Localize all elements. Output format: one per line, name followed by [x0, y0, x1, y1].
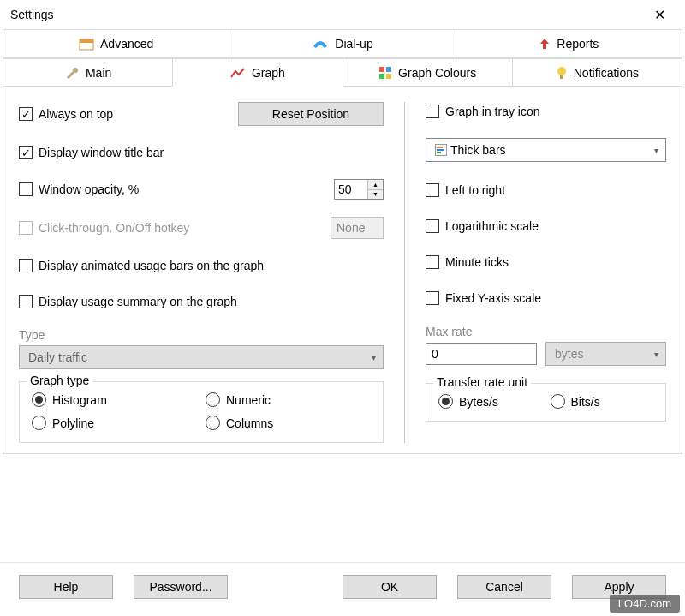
- opacity-spinner[interactable]: ▲▼: [367, 180, 383, 199]
- minute-ticks-checkbox[interactable]: [426, 255, 439, 269]
- animated-bars-label: Display animated usage bars on the graph: [39, 259, 264, 272]
- usage-summary-label: Display usage summary on the graph: [39, 295, 237, 308]
- radio-histogram[interactable]: Histogram: [32, 392, 197, 407]
- window-title: Settings: [10, 8, 54, 21]
- radio-icon: [206, 392, 220, 407]
- usage-summary-checkbox[interactable]: [19, 295, 33, 308]
- radio-label: Columns: [226, 416, 273, 430]
- svg-rect-8: [560, 75, 563, 79]
- bar-style-dropdown[interactable]: Thick bars ▾: [426, 138, 666, 162]
- always-on-top-checkbox[interactable]: [19, 107, 33, 121]
- tab-label: Main: [86, 66, 111, 80]
- display-title-label: Display window title bar: [39, 146, 164, 159]
- radio-bytes[interactable]: Bytes/s: [438, 394, 542, 409]
- tab-row-upper: Advanced Dial-up Reports: [3, 30, 682, 58]
- type-value: Daily traffic: [28, 350, 87, 364]
- svg-rect-6: [386, 74, 391, 79]
- opacity-value[interactable]: [335, 180, 367, 199]
- fixed-y-checkbox[interactable]: [426, 291, 439, 305]
- graph-type-fieldset: Graph type Histogram Numeric Polyline: [19, 381, 384, 443]
- radio-icon: [551, 394, 565, 409]
- radio-numeric[interactable]: Numeric: [206, 392, 371, 407]
- max-rate-input[interactable]: [426, 343, 537, 365]
- phone-icon: [312, 38, 329, 50]
- radio-label: Histogram: [52, 393, 107, 407]
- left-to-right-checkbox[interactable]: [426, 183, 439, 197]
- svg-rect-5: [379, 74, 384, 79]
- graph-in-tray-checkbox[interactable]: [426, 105, 439, 118]
- radio-icon: [32, 416, 46, 430]
- bar-style-value: Thick bars: [450, 143, 506, 157]
- graph-type-legend: Graph type: [27, 374, 92, 387]
- click-through-label: Click-through. On/Off hotkey: [39, 221, 189, 235]
- radio-label: Bytes/s: [459, 395, 498, 409]
- window-opacity-checkbox[interactable]: [19, 182, 33, 196]
- log-scale-checkbox[interactable]: [426, 219, 439, 233]
- left-column: Always on top Reset Position Display win…: [19, 102, 404, 443]
- svg-rect-1: [80, 39, 93, 43]
- close-button[interactable]: ✕: [642, 3, 676, 26]
- tab-dialup[interactable]: Dial-up: [229, 30, 455, 58]
- help-button[interactable]: Help: [19, 575, 113, 599]
- opacity-input[interactable]: ▲▼: [334, 179, 384, 200]
- radio-polyline[interactable]: Polyline: [32, 416, 197, 430]
- tab-advanced[interactable]: Advanced: [3, 30, 229, 58]
- transfer-unit-fieldset: Transfer rate unit Bytes/s Bits/s: [426, 383, 666, 422]
- tab-graph[interactable]: Graph: [172, 58, 342, 87]
- tab-row-lower: Main Graph Graph Colours Notifications: [3, 58, 682, 87]
- transfer-unit-legend: Transfer rate unit: [433, 375, 531, 389]
- spin-up[interactable]: ▲: [368, 180, 383, 190]
- spin-down[interactable]: ▼: [368, 190, 383, 200]
- chevron-down-icon: ▾: [372, 353, 376, 362]
- tab-reports[interactable]: Reports: [456, 30, 682, 58]
- svg-point-2: [73, 68, 78, 73]
- radio-label: Numeric: [226, 393, 271, 407]
- reset-position-button[interactable]: Reset Position: [238, 102, 384, 126]
- svg-rect-4: [386, 67, 391, 72]
- radio-bits[interactable]: Bits/s: [551, 394, 654, 409]
- close-icon: ✕: [654, 7, 665, 23]
- watermark: LO4D.com: [610, 595, 680, 613]
- tab-label: Graph: [252, 66, 285, 80]
- minute-ticks-label: Minute ticks: [445, 255, 509, 269]
- up-arrow-icon: [539, 37, 551, 51]
- tab-label: Advanced: [100, 37, 153, 51]
- thick-bars-icon: [435, 144, 447, 156]
- tab-notifications[interactable]: Notifications: [512, 58, 682, 87]
- left-to-right-label: Left to right: [445, 183, 505, 197]
- cancel-button[interactable]: Cancel: [457, 575, 551, 599]
- fixed-y-label: Fixed Y-axis scale: [445, 291, 541, 305]
- animated-bars-checkbox[interactable]: [19, 259, 33, 272]
- tab-label: Notifications: [574, 66, 639, 80]
- max-rate-unit-dropdown[interactable]: bytes ▾: [545, 342, 666, 366]
- chevron-down-icon: ▾: [654, 350, 658, 359]
- right-column: Graph in tray icon Thick bars ▾ Left to …: [404, 102, 666, 443]
- tab-main[interactable]: Main: [3, 58, 172, 87]
- graph-in-tray-label: Graph in tray icon: [445, 105, 540, 118]
- radio-label: Bits/s: [571, 395, 600, 409]
- tab-label: Dial-up: [335, 37, 372, 51]
- type-dropdown[interactable]: Daily traffic ▾: [19, 345, 384, 369]
- bulb-icon: [556, 66, 568, 80]
- tab-graph-colours[interactable]: Graph Colours: [342, 58, 512, 87]
- radio-icon: [32, 392, 46, 407]
- window-opacity-label: Window opacity, %: [39, 182, 139, 196]
- click-through-checkbox: [19, 221, 33, 235]
- radio-icon: [438, 394, 453, 409]
- tab-content: Always on top Reset Position Display win…: [3, 87, 682, 453]
- display-title-checkbox[interactable]: [19, 146, 33, 159]
- max-rate-label: Max rate: [426, 325, 666, 338]
- password-button[interactable]: Password...: [134, 575, 228, 599]
- ok-button[interactable]: OK: [342, 575, 437, 599]
- tab-label: Graph Colours: [398, 66, 476, 80]
- tabs-container: Advanced Dial-up Reports Main Graph Grap…: [3, 29, 682, 454]
- max-rate-unit-value: bytes: [555, 347, 583, 361]
- log-scale-label: Logarithmic scale: [445, 219, 539, 233]
- palette-icon: [378, 66, 392, 80]
- tools-icon: [64, 66, 80, 80]
- hotkey-input: [331, 217, 384, 239]
- radio-columns[interactable]: Columns: [206, 416, 371, 430]
- type-label: Type: [19, 328, 384, 342]
- titlebar: Settings ✕: [0, 0, 685, 29]
- always-on-top-label: Always on top: [39, 107, 113, 121]
